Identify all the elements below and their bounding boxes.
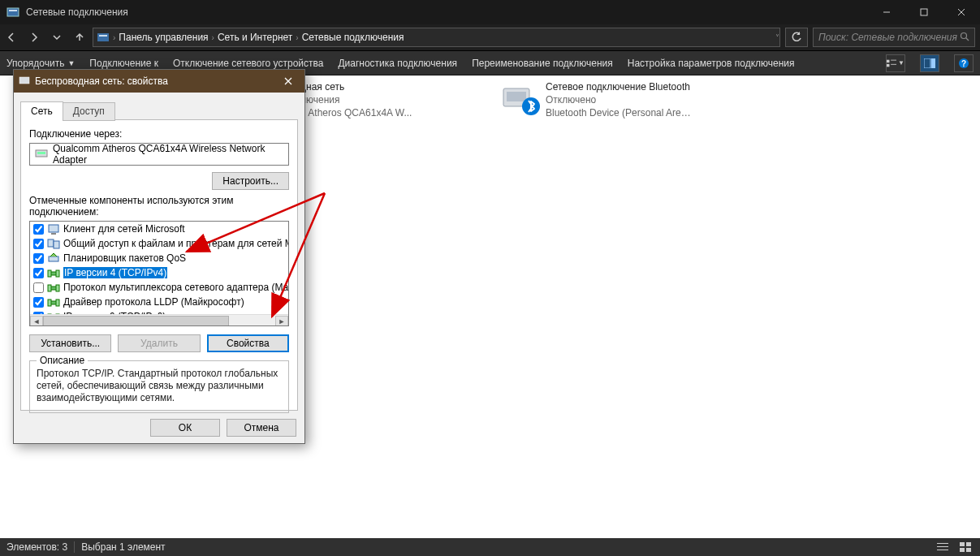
configure-button[interactable]: Настроить...	[212, 172, 289, 190]
disable-device-button[interactable]: Отключение сетевого устройства	[173, 58, 323, 69]
svg-rect-1	[9, 10, 17, 11]
help-button[interactable]: ?	[954, 54, 974, 72]
chevron-down-icon: ▼	[67, 59, 75, 67]
description-legend: Описание	[37, 355, 88, 366]
component-label: Клиент для сетей Microsoft	[63, 223, 185, 235]
scroll-track[interactable]	[43, 316, 275, 327]
protocol-icon	[47, 237, 60, 250]
tab-network[interactable]: Сеть	[20, 101, 63, 120]
refresh-button[interactable]	[785, 28, 808, 47]
close-button[interactable]	[943, 0, 980, 24]
dialog-close-button[interactable]	[277, 72, 300, 90]
search-icon	[960, 32, 969, 44]
svg-rect-14	[924, 58, 930, 68]
diagnose-button[interactable]: Диагностика подключения	[338, 58, 457, 69]
organize-menu[interactable]: Упорядочить ▼	[6, 58, 75, 69]
status-item-count: Элементов: 3	[6, 541, 67, 553]
search-bar[interactable]	[813, 28, 975, 47]
connect-to-button[interactable]: Подключение к	[89, 58, 158, 69]
status-bar: Элементов: 3 Выбран 1 элемент	[0, 538, 980, 556]
svg-rect-22	[937, 546, 948, 547]
app-icon	[6, 6, 19, 19]
breadcrumb-label: Панель управления	[119, 32, 208, 43]
component-label: Драйвер протокола LLDP (Майкрософт)	[63, 296, 244, 308]
svg-text:?: ?	[961, 59, 966, 68]
rename-button[interactable]: Переименование подключения	[472, 58, 613, 69]
svg-point-8	[961, 32, 967, 38]
large-icons-view-button[interactable]	[957, 540, 974, 554]
component-checkbox[interactable]	[33, 224, 44, 235]
component-checkbox[interactable]	[33, 282, 44, 293]
svg-rect-36	[54, 241, 59, 248]
breadcrumb[interactable]: Сеть и Интернет›	[218, 32, 299, 43]
minimize-button[interactable]	[868, 0, 905, 24]
svg-rect-27	[966, 548, 971, 552]
bluetooth-adapter-icon	[502, 80, 541, 119]
location-icon	[97, 31, 110, 44]
ok-button[interactable]: ОК	[150, 419, 220, 437]
svg-rect-6	[97, 33, 109, 41]
scroll-thumb[interactable]	[43, 316, 229, 327]
svg-rect-10	[887, 59, 889, 62]
properties-button[interactable]: Свойства	[207, 334, 289, 352]
history-dropdown-button[interactable]	[45, 28, 68, 47]
svg-rect-33	[49, 225, 58, 232]
adapter-name-box: Qualcomm Atheros QCA61x4A Wireless Netwo…	[29, 143, 289, 166]
component-item[interactable]: Драйвер протокола LLDP (Майкрософт)	[30, 295, 288, 309]
component-label: Общий доступ к файлам и принтерам для се…	[63, 238, 288, 249]
dialog-titlebar[interactable]: Беспроводная сеть: свойства	[14, 70, 304, 93]
components-listbox[interactable]: Клиент для сетей MicrosoftОбщий доступ к…	[29, 221, 289, 326]
up-button[interactable]	[68, 28, 91, 47]
breadcrumb[interactable]: Сетевые подключения	[302, 32, 404, 43]
maximize-button[interactable]	[905, 0, 943, 24]
install-button[interactable]: Установить...	[29, 334, 111, 352]
component-item[interactable]: Общий доступ к файлам и принтерам для се…	[30, 236, 288, 251]
details-view-button[interactable]	[935, 540, 951, 554]
component-checkbox[interactable]	[33, 239, 44, 249]
component-item[interactable]: Планировщик пакетов QoS	[30, 251, 288, 265]
component-item[interactable]: Клиент для сетей Microsoft	[30, 222, 288, 236]
view-settings-button[interactable]: Настройка параметров подключения	[628, 58, 795, 69]
breadcrumb-label: Сеть и Интернет	[218, 32, 292, 43]
dialog-title: Беспроводная сеть: свойства	[35, 75, 272, 87]
tab-sharing[interactable]: Доступ	[63, 102, 115, 121]
connection-item[interactable]: Сетевое подключение Bluetooth Отключено …	[500, 79, 695, 121]
chevron-right-icon: ›	[296, 33, 298, 42]
description-text: Протокол TCP/IP. Стандартный протокол гл…	[37, 368, 282, 404]
forward-button[interactable]	[23, 28, 45, 47]
svg-rect-24	[960, 542, 965, 546]
scrollbar-horizontal[interactable]: ◄ ►	[30, 314, 288, 326]
svg-rect-42	[48, 285, 51, 291]
breadcrumb-label: Сетевые подключения	[302, 32, 404, 43]
component-label: IP версии 6 (TCP/IPv6)	[63, 311, 166, 314]
svg-rect-32	[37, 152, 45, 154]
connect-using-label: Подключение через:	[29, 128, 289, 140]
component-checkbox[interactable]	[33, 297, 44, 308]
preview-pane-button[interactable]	[920, 54, 939, 72]
svg-rect-43	[56, 285, 59, 291]
tab-strip: Сеть Доступ	[20, 97, 298, 120]
nav-row: › Панель управления› Сеть и Интернет› Се…	[0, 24, 980, 51]
svg-rect-46	[56, 300, 59, 306]
connection-item[interactable]: дная сеть лючения n Atheros QCA61x4A W..…	[299, 79, 494, 121]
svg-rect-40	[56, 270, 59, 277]
scroll-left-button[interactable]: ◄	[30, 316, 43, 327]
component-checkbox[interactable]	[33, 268, 44, 278]
connection-device: n Atheros QCA61x4A W...	[300, 106, 422, 119]
component-checkbox[interactable]	[33, 312, 44, 315]
scroll-right-button[interactable]: ►	[275, 316, 288, 327]
search-input[interactable]	[818, 32, 960, 43]
svg-rect-23	[937, 550, 948, 550]
description-group: Описание Протокол TCP/IP. Стандартный пр…	[29, 360, 289, 413]
address-bar[interactable]: › Панель управления› Сеть и Интернет› Се…	[93, 28, 780, 47]
view-options-button[interactable]: ▼	[886, 54, 905, 72]
adapter-name: Qualcomm Atheros QCA61x4A Wireless Netwo…	[53, 143, 283, 166]
component-item[interactable]: Протокол мультиплексора сетевого адаптер…	[30, 280, 288, 295]
component-checkbox[interactable]	[33, 253, 44, 264]
chevron-down-icon[interactable]: ˅	[775, 33, 779, 42]
back-button[interactable]	[0, 28, 23, 47]
cancel-button[interactable]: Отмена	[227, 419, 296, 437]
separator	[74, 541, 75, 553]
component-item[interactable]: IP версии 4 (TCP/IPv4)	[30, 265, 288, 280]
breadcrumb[interactable]: Панель управления›	[119, 32, 214, 43]
